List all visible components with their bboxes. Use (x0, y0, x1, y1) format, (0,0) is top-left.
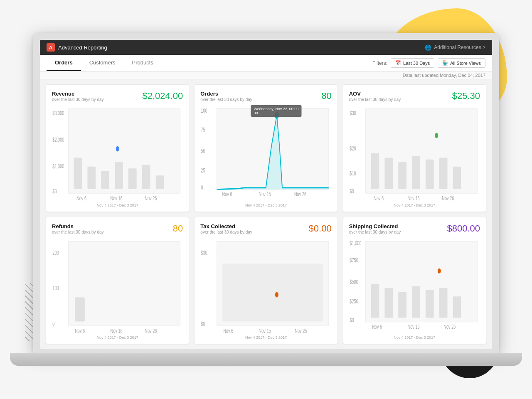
svg-text:100: 100 (52, 285, 59, 292)
svg-text:Nov 16: Nov 16 (111, 195, 123, 202)
svg-rect-7 (101, 171, 109, 189)
svg-text:$30: $30 (201, 249, 207, 256)
laptop-base (10, 353, 522, 366)
app-logo: A (47, 43, 55, 52)
svg-text:Nov 26: Nov 26 (442, 195, 454, 202)
card-refunds-header: Refunds over the last 30 days by day 80 (52, 223, 183, 234)
card-tax-date: Nov 4 2017 - Dec 3 2017 (200, 335, 331, 340)
card-shipping: Shipping Collected over the last 30 days… (343, 217, 486, 345)
laptop-screen: A Advanced Reporting 🌐 Additional Resour… (40, 40, 492, 349)
svg-text:Nov 6: Nov 6 (75, 327, 85, 334)
svg-text:$30: $30 (350, 109, 356, 116)
svg-text:$500: $500 (350, 278, 358, 285)
svg-text:$2,000: $2,000 (52, 136, 64, 143)
store-icon: 🏪 (442, 60, 448, 66)
card-refunds-title: Refunds (52, 223, 104, 229)
svg-rect-65 (371, 283, 379, 318)
card-refunds-subtitle: over the last 30 days by day (52, 230, 104, 234)
svg-rect-38 (453, 167, 461, 189)
card-orders-header: Orders over the last 30 days by day 80 (200, 91, 331, 102)
card-revenue-date: Nov 4 2017 - Dec 3 2017 (52, 203, 183, 207)
calendar-icon: 📅 (395, 60, 401, 66)
last-updated-bar: Data last updated Monday, Dec 04, 2017 (40, 71, 492, 79)
card-aov-date: Nov 4 2017 - Dec 3 2017 (349, 203, 480, 207)
svg-text:75: 75 (201, 126, 205, 133)
card-aov-header: AOV over the last 30 days by day $25.30 (349, 91, 480, 102)
svg-rect-11 (156, 175, 164, 189)
svg-rect-6 (87, 167, 96, 189)
card-revenue-value: $2,024.00 (142, 91, 183, 101)
card-refunds: Refunds over the last 30 days by day 80 … (46, 217, 189, 345)
svg-point-39 (435, 133, 438, 138)
tab-orders[interactable]: Orders (47, 55, 81, 71)
card-orders: Orders over the last 30 days by day 80 1… (194, 84, 337, 212)
filters-area: Filters: 📅 Last 30 Days 🏪 All Store View… (372, 58, 485, 68)
svg-text:Nov 15: Nov 15 (259, 327, 271, 334)
svg-text:Nov 6: Nov 6 (76, 195, 86, 202)
svg-rect-8 (115, 162, 123, 189)
svg-text:$0: $0 (350, 188, 354, 195)
card-orders-subtitle: over the last 30 days by day (200, 97, 252, 102)
svg-rect-66 (384, 288, 393, 318)
svg-text:Nov 15: Nov 15 (259, 191, 271, 198)
store-view-filter[interactable]: 🏪 All Store Views (438, 58, 485, 68)
card-tax-header: Tax Collected over the last 30 days by d… (200, 223, 331, 234)
card-tax: Tax Collected over the last 30 days by d… (194, 217, 337, 345)
svg-text:Nov 26: Nov 26 (145, 327, 157, 334)
card-aov: AOV over the last 30 days by day $25.30 … (343, 84, 486, 212)
tabs-left: Orders Customers Products (47, 55, 162, 71)
svg-text:Nov 16: Nov 16 (111, 327, 123, 334)
svg-text:0: 0 (201, 184, 203, 191)
tab-products[interactable]: Products (124, 55, 162, 71)
svg-rect-71 (453, 296, 461, 318)
svg-text:Nov 6: Nov 6 (224, 327, 234, 334)
additional-resources-link[interactable]: 🌐 Additional Resources > (425, 44, 485, 51)
tab-customers[interactable]: Customers (81, 55, 124, 71)
date-range-filter[interactable]: 📅 Last 30 Days (391, 58, 434, 68)
card-orders-chart: 100 75 50 25 0 (200, 104, 331, 202)
svg-text:$1,000: $1,000 (350, 240, 361, 247)
svg-text:Nov 6: Nov 6 (374, 195, 384, 202)
laptop-screen-frame: A Advanced Reporting 🌐 Additional Resour… (33, 33, 499, 353)
tabs-bar: Orders Customers Products Filters: 📅 Las… (40, 55, 492, 71)
card-shipping-date: Nov 4 2017 - Dec 3 2017 (349, 335, 480, 340)
filters-label: Filters: (372, 60, 387, 66)
additional-resources-label: Additional Resources > (434, 44, 485, 50)
svg-text:200: 200 (52, 249, 59, 256)
svg-rect-37 (439, 158, 447, 189)
card-aov-value: $25.30 (452, 91, 480, 101)
svg-rect-46 (68, 241, 180, 325)
svg-rect-35 (412, 156, 420, 189)
card-tax-subtitle: over the last 30 days by day (200, 230, 252, 234)
card-revenue-title: Revenue (52, 91, 104, 97)
svg-point-23 (275, 112, 279, 118)
svg-text:$750: $750 (350, 257, 358, 264)
svg-text:$10: $10 (350, 170, 356, 177)
svg-text:Nov 6: Nov 6 (372, 323, 382, 330)
card-orders-value: 80 (321, 91, 331, 101)
logo-letter: A (49, 45, 52, 50)
card-orders-title-block: Orders over the last 30 days by day (200, 91, 252, 102)
card-shipping-chart: $1,000 $750 $500 $250 $0 (349, 237, 480, 335)
svg-rect-47 (75, 297, 85, 321)
svg-rect-10 (142, 165, 150, 189)
svg-text:$0: $0 (52, 188, 57, 195)
card-tax-chart: $30 $0 Nov 6 Nov 15 Nov 25 (200, 237, 331, 335)
card-aov-title: AOV (349, 91, 401, 97)
card-tax-value: $0.00 (309, 223, 332, 234)
card-shipping-value: $800.00 (447, 223, 480, 234)
svg-text:$20: $20 (350, 145, 356, 152)
card-aov-subtitle: over the last 30 days by day (349, 97, 401, 102)
svg-text:$0: $0 (201, 320, 205, 327)
card-revenue-subtitle: over the last 30 days by day (52, 97, 104, 102)
svg-text:$0: $0 (350, 316, 354, 323)
svg-point-12 (116, 146, 119, 152)
card-refunds-chart: 200 100 0 Nov 6 Nov 16 Nov 26 (52, 237, 183, 335)
svg-text:25: 25 (201, 167, 205, 174)
card-aov-chart: $30 $20 $10 $0 (349, 104, 480, 202)
card-orders-date: Nov 4 2017 - Dec 3 2017 (200, 203, 331, 207)
svg-rect-33 (384, 158, 393, 189)
svg-rect-9 (128, 168, 137, 189)
card-refunds-date: Nov 4 2017 - Dec 3 2017 (52, 335, 183, 340)
svg-text:Nov 26: Nov 26 (294, 191, 306, 198)
